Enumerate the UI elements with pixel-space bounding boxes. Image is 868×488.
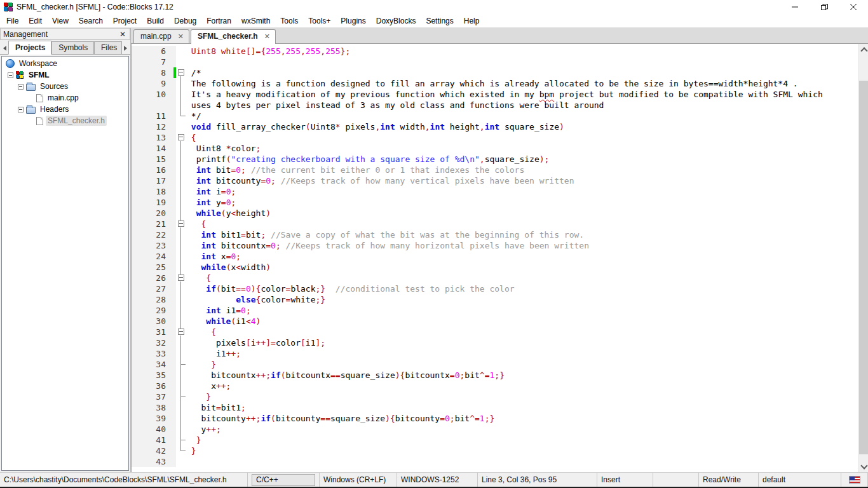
code-text[interactable]: bit=bit1; <box>186 402 246 413</box>
scrollbar-thumb[interactable] <box>859 81 868 454</box>
code-text[interactable]: } <box>186 359 216 370</box>
fold-toggle-icon[interactable] <box>176 67 186 78</box>
code-line-28[interactable]: 28 else{color=white;} <box>132 294 858 305</box>
management-tab-symbols[interactable]: Symbols <box>51 41 94 54</box>
menu-wxsmith[interactable]: wxSmith <box>236 15 275 27</box>
fold-toggle-icon[interactable] <box>176 273 186 283</box>
expander-icon[interactable] <box>8 72 13 78</box>
code-line-16[interactable]: 16 int bit=0; //the current bit either 0… <box>132 165 858 175</box>
code-line-41[interactable]: 41 } <box>132 435 858 445</box>
code-text[interactable]: /* <box>186 67 201 78</box>
code-line-11[interactable]: 11 */ <box>132 111 858 121</box>
restore-button[interactable] <box>810 0 839 14</box>
code-line-6[interactable]: 6 Uint8 white[]={255,255,255,255}; <box>132 46 858 57</box>
menu-help[interactable]: Help <box>459 15 485 27</box>
code-line-24[interactable]: 24 int x=0; <box>132 251 858 262</box>
fold-toggle-icon[interactable] <box>176 327 186 337</box>
code-line-38[interactable]: 38 bit=bit1; <box>132 402 858 413</box>
code-line-36[interactable]: 36 x++; <box>132 381 858 391</box>
code-text[interactable]: pixels[i++]=color[i1]; <box>186 337 325 348</box>
code-text[interactable]: y++; <box>186 424 221 435</box>
scroll-up-icon[interactable] <box>859 44 868 55</box>
code-line-7[interactable]: 7 <box>132 57 858 67</box>
code-line-37[interactable]: 37 } <box>132 391 858 402</box>
expander-icon[interactable] <box>18 84 24 90</box>
management-tab-files[interactable]: Files <box>94 41 122 54</box>
fold-toggle-icon[interactable] <box>176 132 186 143</box>
code-line-42[interactable]: 42 } <box>132 445 858 456</box>
code-text[interactable]: int bitcounty=0; //Keeps track of how ma… <box>186 175 574 186</box>
code-line-12[interactable]: 12 void fill_array_checker(Uint8* pixels… <box>132 121 858 132</box>
code-text[interactable]: int i1=0; <box>186 305 251 316</box>
scroll-down-icon[interactable] <box>859 461 868 472</box>
code-line-20[interactable]: 20 while(y<height) <box>132 208 858 219</box>
editor-viewport[interactable]: 6 Uint8 white[]={255,255,255,255};78 /*9… <box>131 44 868 472</box>
code-text[interactable]: int bit1=bit; //Save a copy of what the … <box>186 229 584 240</box>
menu-debug[interactable]: Debug <box>169 15 201 27</box>
code-line-39[interactable]: 39 bitcounty++;if(bitcounty==square_size… <box>132 413 858 424</box>
tree-item-headers[interactable]: Headers <box>2 104 128 115</box>
menu-fortran[interactable]: Fortran <box>201 15 236 27</box>
code-line-14[interactable]: 14 Uint8 *color; <box>132 143 858 154</box>
fold-box-minus[interactable] <box>178 220 184 227</box>
code-line-35[interactable]: 35 bitcountx++;if(bitcountx==square_size… <box>132 370 858 381</box>
code-line-33[interactable]: 33 i1++; <box>132 348 858 359</box>
tab-scroll-right-icon[interactable] <box>122 43 129 54</box>
code-text[interactable]: uses 4 bytes per pixel instead of 3 as m… <box>186 100 604 111</box>
editor-tab-sfml-checker-h[interactable]: SFML_checker.h✕ <box>191 29 276 44</box>
menu-settings[interactable]: Settings <box>421 15 458 27</box>
code-area[interactable]: 6 Uint8 white[]={255,255,255,255};78 /*9… <box>132 44 858 472</box>
code-text[interactable]: } <box>186 391 211 402</box>
minimize-button[interactable] <box>780 0 810 14</box>
project-tree[interactable]: WorkspaceSFMLSourcesmain.cppHeadersSFML_… <box>1 56 129 471</box>
management-close-icon[interactable]: ✕ <box>118 30 127 39</box>
code-line-8[interactable]: 8 /* <box>132 67 858 78</box>
code-text[interactable]: { <box>186 327 216 337</box>
code-text[interactable]: bitcountx++;if(bitcountx==square_size){b… <box>186 370 505 381</box>
code-line-32[interactable]: 32 pixels[i++]=color[i1]; <box>132 337 858 348</box>
tab-close-icon[interactable]: ✕ <box>178 32 184 41</box>
tree-item-workspace[interactable]: Workspace <box>2 58 128 69</box>
code-line-30[interactable]: 30 while(i1<4) <box>132 316 858 327</box>
tree-item-sources[interactable]: Sources <box>2 81 128 92</box>
code-text[interactable]: int i=0; <box>186 186 236 197</box>
code-text[interactable]: { <box>186 273 211 283</box>
code-line-wrap[interactable]: uses 4 bytes per pixel instead of 3 as m… <box>132 100 858 111</box>
code-line-21[interactable]: 21 { <box>132 219 858 229</box>
menu-tools[interactable]: Tools <box>275 15 303 27</box>
code-line-13[interactable]: 13 { <box>132 132 858 143</box>
fold-box-minus[interactable] <box>178 274 184 281</box>
code-text[interactable]: Uint8 *color; <box>186 143 261 154</box>
fold-box-minus[interactable] <box>178 329 184 335</box>
code-text[interactable]: { <box>186 132 196 143</box>
code-text[interactable]: { <box>186 219 206 229</box>
code-line-40[interactable]: 40 y++; <box>132 424 858 435</box>
code-line-25[interactable]: 25 while(x<width) <box>132 262 858 273</box>
code-line-18[interactable]: 18 int i=0; <box>132 186 858 197</box>
code-text[interactable]: } <box>186 435 201 445</box>
code-text[interactable]: while(i1<4) <box>186 316 261 327</box>
code-text[interactable]: while(x<width) <box>186 262 271 273</box>
tab-scroll-left-icon[interactable] <box>1 43 8 54</box>
code-line-17[interactable]: 17 int bitcounty=0; //Keeps track of how… <box>132 175 858 186</box>
code-line-43[interactable]: 43 <box>132 456 858 467</box>
code-text[interactable]: } <box>186 445 196 456</box>
code-text[interactable]: int bit=0; //the current bit either 0 or… <box>186 165 524 175</box>
code-line-10[interactable]: 10 It's a heavy modification of my previ… <box>132 89 858 100</box>
code-text[interactable]: The following is a function designed to … <box>186 78 798 89</box>
menu-doxyblocks[interactable]: DoxyBlocks <box>371 15 421 27</box>
code-line-34[interactable]: 34 } <box>132 359 858 370</box>
menu-tools[interactable]: Tools+ <box>303 15 336 27</box>
code-text[interactable]: else{color=white;} <box>186 294 325 305</box>
code-text[interactable]: x++; <box>186 381 231 391</box>
code-text[interactable]: while(y<height) <box>186 208 271 219</box>
fold-box-minus[interactable] <box>178 69 184 76</box>
code-text[interactable]: */ <box>186 111 201 121</box>
code-text[interactable]: Uint8 white[]={255,255,255,255}; <box>186 46 350 57</box>
menu-plugins[interactable]: Plugins <box>336 15 370 27</box>
code-line-23[interactable]: 23 int bitcountx=0; //Keeps track of how… <box>132 240 858 251</box>
code-text[interactable]: i1++; <box>186 348 241 359</box>
editor-tab-main-cpp[interactable]: main.cpp✕ <box>133 29 189 43</box>
code-text[interactable]: int bitcountx=0; //Keeps track of how ma… <box>186 240 589 251</box>
tree-item-sfml[interactable]: SFML <box>2 69 128 81</box>
